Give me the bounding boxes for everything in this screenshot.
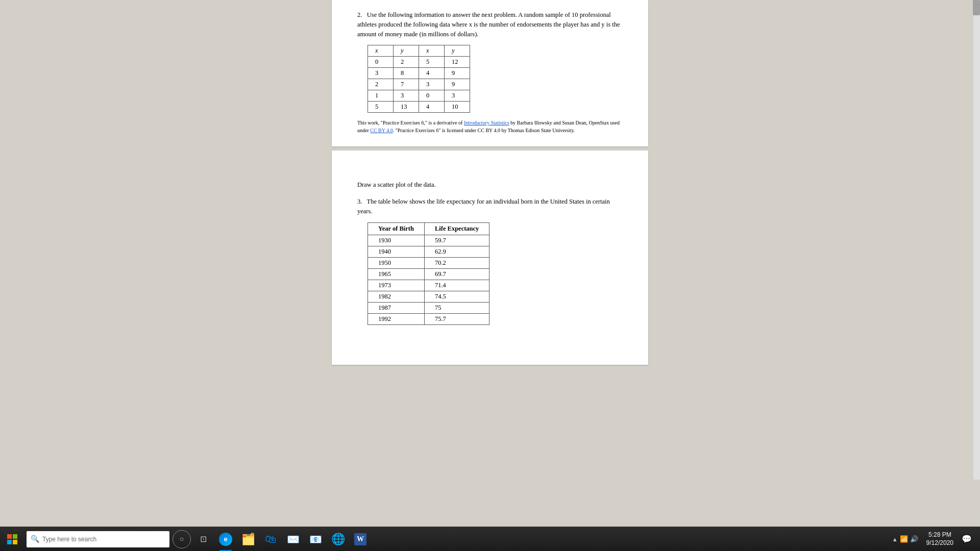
problem3-number: 3. bbox=[357, 198, 362, 205]
col-y1-header: y bbox=[394, 45, 419, 57]
table-row: 193059.7 bbox=[368, 235, 489, 246]
table-row: 513410 bbox=[368, 102, 470, 113]
problem3-text: 3. The table below shows the life expect… bbox=[357, 197, 623, 216]
table-row: 194062.9 bbox=[368, 246, 489, 257]
table-row: 3849 bbox=[368, 68, 470, 79]
cc-by-link[interactable]: CC BY 4.0 bbox=[370, 128, 393, 133]
problem2-number: 2. bbox=[357, 11, 362, 18]
col-x2-header: x bbox=[419, 45, 445, 57]
table-row: 1303 bbox=[368, 90, 470, 102]
pages-wrapper: 2. Use the following information to answ… bbox=[0, 0, 980, 480]
scatter-instruction: Draw a scatter plot of the data. bbox=[357, 181, 623, 189]
data-table-problem2: x y x y 02512384927391303513410 bbox=[368, 45, 470, 113]
table-row: 198274.5 bbox=[368, 291, 489, 302]
table-row: 197371.4 bbox=[368, 280, 489, 291]
life-exp-col-header: Life Expectancy bbox=[424, 222, 489, 235]
scrollbar[interactable] bbox=[973, 0, 980, 480]
table-row: 02512 bbox=[368, 57, 470, 68]
scrollbar-thumb[interactable] bbox=[973, 0, 980, 15]
problem2-text: 2. Use the following information to answ… bbox=[357, 10, 623, 39]
document-page-top: 2. Use the following information to answ… bbox=[332, 0, 648, 146]
introductory-statistics-link[interactable]: Introductory Statistics bbox=[464, 120, 509, 126]
table-row: 195070.2 bbox=[368, 257, 489, 268]
year-col-header: Year of Birth bbox=[368, 222, 425, 235]
table-row: 196569.7 bbox=[368, 268, 489, 280]
citation-text: This work, "Practice Exercises 6," is a … bbox=[357, 119, 623, 134]
col-y2-header: y bbox=[445, 45, 470, 57]
table-row: 199275.7 bbox=[368, 313, 489, 324]
document-page-bottom: Draw a scatter plot of the data. 3. The … bbox=[332, 151, 648, 365]
life-expectancy-table: Year of Birth Life Expectancy 193059.719… bbox=[368, 222, 489, 325]
col-x1-header: x bbox=[368, 45, 394, 57]
table-row: 198775 bbox=[368, 302, 489, 313]
table-row: 2739 bbox=[368, 79, 470, 90]
